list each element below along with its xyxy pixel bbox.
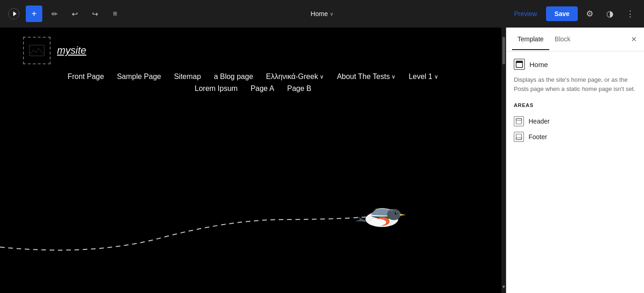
tab-block[interactable]: Block [549,29,576,50]
template-home-desc: Displays as the site's home page, or as … [514,75,637,93]
template-home-icon [514,59,525,70]
site-logo [23,37,51,64]
svg-point-3 [387,209,401,220]
canvas-scrollbar[interactable]: ▼ [501,28,506,293]
template-home-section: Home Displays as the site's home page, o… [514,59,637,93]
svg-rect-12 [516,134,522,140]
template-home-label: Home [529,61,548,68]
svg-point-5 [371,219,386,225]
nav-item-page-b[interactable]: Page B [287,85,311,93]
panel-tabs: Template Block × [506,28,644,51]
nav-item-lorem-ipsum[interactable]: Lorem Ipsum [195,85,237,93]
nav-item-front-page[interactable]: Front Page [68,73,104,81]
bird-illustration [347,190,416,240]
svg-point-7 [396,212,397,213]
footer-area-icon [514,132,524,142]
edit-button[interactable]: ✏ [46,6,63,22]
site-logo-area: mysite [23,37,86,64]
scroll-down-indicator: ▼ [501,284,506,289]
main-toolbar: + ✏ ↩ ↪ ≡ Home ∨ Preview Save ⚙ ◑ ⋮ [0,0,644,28]
page-title-button[interactable]: Home ∨ [306,7,338,20]
nav-item-about-tests[interactable]: About The Tests ∨ [337,73,396,81]
nav-item-greek[interactable]: Ελληνικά-Greek ∨ [266,73,324,81]
save-button[interactable]: Save [546,6,578,21]
redo-button[interactable]: ↪ [86,6,103,22]
svg-point-6 [395,212,397,214]
scrollbar-thumb [502,37,505,64]
right-panel: Template Block × Home Displays as the si… [506,28,644,293]
footer-area-label: Footer [529,133,547,141]
areas-label: AREAS [514,102,637,108]
list-view-button[interactable]: ≡ [107,6,123,22]
editor-canvas: mysite Front Page Sample Page Sitemap a … [0,28,506,293]
wp-logo[interactable] [6,6,22,22]
panel-content: Home Displays as the site's home page, o… [506,51,644,293]
svg-rect-9 [516,61,523,63]
main-area: mysite Front Page Sample Page Sitemap a … [0,28,644,293]
site-header: mysite Front Page Sample Page Sitemap a … [0,28,506,97]
preview-button[interactable]: Preview [509,7,543,20]
undo-button[interactable]: ↩ [66,6,83,22]
chevron-icon: ∨ [391,73,396,80]
contrast-button[interactable]: ◑ [602,6,618,22]
add-button[interactable]: + [26,6,42,22]
tab-template[interactable]: Template [512,29,549,50]
svg-rect-10 [516,118,522,124]
page-title-label: Home [310,10,328,17]
toolbar-right-actions: Preview Save ⚙ ◑ ⋮ [509,6,639,22]
nav-item-blog[interactable]: a Blog page [214,73,253,81]
site-name: mysite [57,45,86,56]
page-title-area: Home ∨ [306,7,338,20]
nav-item-level1[interactable]: Level 1 ∨ [408,73,438,81]
area-item-header[interactable]: Header [514,113,637,129]
template-home-item: Home [514,59,637,70]
more-options-button[interactable]: ⋮ [622,6,638,22]
chevron-icon: ∨ [320,73,324,80]
areas-section: AREAS Header [514,102,637,145]
header-area-label: Header [529,118,550,125]
hero-illustration [0,164,506,265]
settings-button[interactable]: ⚙ [581,6,598,22]
flight-path [0,174,506,256]
svg-rect-1 [29,45,44,56]
main-navigation: Front Page Sample Page Sitemap a Blog pa… [68,73,438,81]
header-area-icon [514,116,524,126]
area-item-footer[interactable]: Footer [514,129,637,145]
sub-navigation: Lorem Ipsum Page A Page B [195,85,311,93]
nav-item-sitemap[interactable]: Sitemap [174,73,201,81]
svg-rect-11 [516,118,522,120]
nav-item-page-a[interactable]: Page A [251,85,275,93]
chevron-icon: ∨ [434,73,438,80]
chevron-down-icon: ∨ [330,11,334,17]
panel-close-button[interactable]: × [629,32,638,46]
nav-item-sample-page[interactable]: Sample Page [117,73,161,81]
svg-rect-13 [516,138,522,140]
